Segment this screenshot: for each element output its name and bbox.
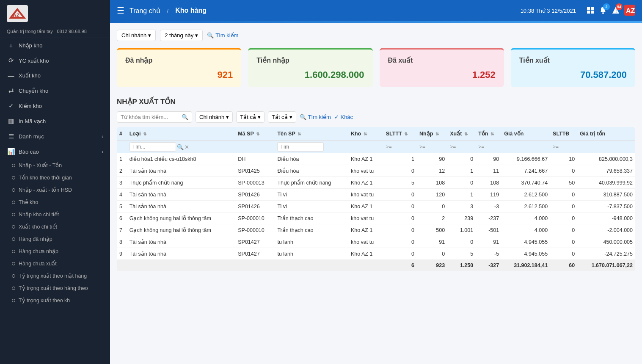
col-kho[interactable]: Kho ⇅ [348, 127, 383, 141]
all2-label: Tất cả [272, 114, 288, 120]
col-slttd[interactable]: SLTTĐ [550, 127, 577, 141]
sidebar-item-xuat-kho[interactable]: — Xuất kho [0, 68, 110, 83]
clear-icon[interactable]: 🔍 [177, 144, 184, 150]
sidebar-sub-hang-chua-xuat[interactable]: Hàng chưa xuất [0, 257, 110, 270]
col-masp[interactable]: Mã SP ⇅ [235, 127, 275, 141]
sidebar-sub-the-kho[interactable]: Thẻ kho [0, 196, 110, 208]
total-giavon: 31.902.184,41 [501, 260, 550, 271]
keyword-search-input[interactable] [121, 114, 180, 120]
alert-button[interactable]: ! 94 [612, 6, 620, 16]
sidebar-item-danh-muc[interactable]: ☰ Danh mục ‹ [0, 129, 110, 144]
sidebar-item-in-ma-vach[interactable]: ▥ In Mã vạch [0, 113, 110, 129]
search-icon: 🔍 [300, 114, 306, 120]
sidebar-item-yc-xuat-kho[interactable]: ⟳ YC xuất kho [0, 53, 110, 68]
cell-kho: kho vat tu [348, 212, 383, 224]
col-xuat[interactable]: Xuất ⇅ [447, 127, 476, 141]
tensp-search-input[interactable] [277, 142, 324, 152]
col-nhap[interactable]: Nhập ⇅ [417, 127, 447, 141]
cell-masp: SP01427 [235, 236, 275, 248]
total-giatryton: 1.670.071.067,22 [577, 260, 635, 271]
branch-select[interactable]: Chi nhánh ▾ [196, 111, 233, 123]
cell-masp: SP01425 [235, 165, 275, 177]
cell-slttt: 0 [383, 212, 417, 224]
sidebar-item-kiem-kho[interactable]: ✓ Kiểm kho [0, 98, 110, 113]
cell-tensp: Thực phẩm chức năng [275, 177, 348, 189]
cell-masp: SP-000013 [235, 177, 275, 189]
hamburger-icon[interactable]: ☰ [117, 6, 124, 16]
cell-ton: 108 [476, 177, 501, 189]
sidebar-item-chuyen-kho[interactable]: ⇄ Chuyển kho [0, 83, 110, 98]
sidebar-sub-nhap-xuat-ton[interactable]: Nhập - Xuất - Tồn [0, 159, 110, 171]
card-da-xuat: Đã xuất 1.252 [380, 48, 504, 87]
table-search-btn[interactable]: 🔍 Tìm kiếm [300, 114, 331, 120]
cell-xuat: 3 [447, 201, 476, 212]
avatar-icon: AZ [624, 5, 635, 16]
cell-loai: điều hòa1 chiều cs-u18skh8 [127, 153, 236, 165]
ge-prefix-ton: >= [478, 144, 484, 150]
col-loai[interactable]: Loại ⇅ [127, 127, 236, 141]
loai-search-input[interactable] [130, 142, 176, 152]
cell-slttt: 0 [383, 236, 417, 248]
sidebar-sub-nhap-kho-ct[interactable]: Nhập kho chi tiết [0, 208, 110, 221]
sidebar-sub-nhap-xuat-ton-hsd[interactable]: Nhập - xuất - tồn HSD [0, 184, 110, 196]
col-giatryton[interactable]: Giá trị tồn [577, 127, 635, 141]
sidebar-sub-hang-da-nhap[interactable]: Hàng đã nhập [0, 233, 110, 245]
all2-select[interactable]: Tất cả ▾ [268, 111, 296, 123]
cell-ton: 91 [476, 236, 501, 248]
cell-tensp: Điều hòa [275, 153, 348, 165]
sidebar-item-label: Báo cáo [19, 149, 39, 155]
sidebar-sub-xuat-kho-ct[interactable]: Xuất kho chi tiết [0, 221, 110, 233]
sidebar-sub-ty-trong-mat-hang[interactable]: Tỷ trọng xuất theo mặt hàng [0, 270, 110, 282]
content-area: Chi nhánh ▾ 2 tháng này ▾ 🔍 Tìm kiếm Đã … [110, 23, 642, 364]
branch-filter-button[interactable]: Chi nhánh ▾ [117, 30, 156, 41]
other-filter-btn[interactable]: ✓ Khác [334, 114, 353, 120]
sidebar-item-nhap-kho[interactable]: + Nhập kho [0, 38, 110, 53]
table-search-label: Tìm kiếm [308, 114, 331, 120]
plus-icon: + [7, 42, 15, 49]
grid-button[interactable] [586, 6, 595, 16]
card-da-xuat-value: 1.252 [388, 69, 496, 80]
col-giavon[interactable]: Giá vốn [501, 127, 550, 141]
sidebar: AZ Quản trị trong tầm tay - 0812.98.68.9… [0, 0, 110, 364]
card-tien-nhap-value: 1.600.298.000 [256, 69, 364, 80]
col-slttt[interactable]: SLTTT ⇅ [383, 127, 417, 141]
period-filter-button[interactable]: 2 tháng này ▾ [160, 30, 203, 41]
search-link[interactable]: 🔍 Tìm kiếm [207, 32, 238, 39]
cell-tensp: Ti vi [275, 189, 348, 201]
cell-ton: 119 [476, 189, 501, 201]
sidebar-item-label: YC xuất kho [19, 58, 49, 64]
cell-slttd: 0 [550, 224, 577, 236]
dot-icon [12, 201, 15, 204]
dot-icon [12, 287, 15, 290]
card-tien-nhap: Tiền nhập 1.600.298.000 [248, 48, 372, 87]
cell-slttt: 5 [383, 177, 417, 189]
branch-select-label: Chi nhánh [199, 114, 224, 120]
cell-giavon: 4.000 [501, 224, 550, 236]
cell-nhap: 0 [417, 201, 447, 212]
cell-giavon: 4.945.055 [501, 248, 550, 260]
sidebar-sub-ty-trong-kh[interactable]: Tỷ trọng xuất theo kh [0, 294, 110, 306]
close-icon[interactable]: ✕ [185, 144, 189, 150]
col-tensp[interactable]: Tên SP ⇅ [275, 127, 348, 141]
cell-loai: Gạch không nung hai lỗ thông tâm [127, 212, 236, 224]
sidebar-sub-hang-chua-nhap[interactable]: Hàng chưa nhập [0, 245, 110, 257]
svg-point-6 [602, 12, 604, 14]
all1-select[interactable]: Tất cả ▾ [236, 111, 265, 123]
summary-cards: Đã nhập 921 Tiền nhập 1.600.298.000 Đã x… [117, 48, 635, 87]
home-link[interactable]: Trang chủ [130, 7, 160, 15]
cell-slttt: 0 [383, 165, 417, 177]
cell-num: 6 [117, 212, 127, 224]
sidebar-sub-ton-kho[interactable]: Tồn kho theo thời gian [0, 171, 110, 184]
col-ton[interactable]: Tồn ⇅ [476, 127, 501, 141]
cell-xuat: 1 [447, 189, 476, 201]
chevron-down-icon: ▾ [195, 32, 198, 39]
cell-nhap: 91 [417, 236, 447, 248]
cell-giatryton: 79.658.337 [577, 165, 635, 177]
ge-prefix-xuat: >= [450, 144, 456, 150]
sidebar-item-bao-cao[interactable]: 📊 Báo cáo ‹ [0, 144, 110, 159]
notification-button[interactable]: 2 [599, 6, 607, 16]
cell-nhap: 120 [417, 189, 447, 201]
card-tien-nhap-label: Tiền nhập [256, 56, 364, 64]
user-avatar[interactable]: AZ [624, 5, 635, 17]
sidebar-sub-ty-trong-hang-theo[interactable]: Tỷ trọng xuất theo hàng theo [0, 282, 110, 294]
